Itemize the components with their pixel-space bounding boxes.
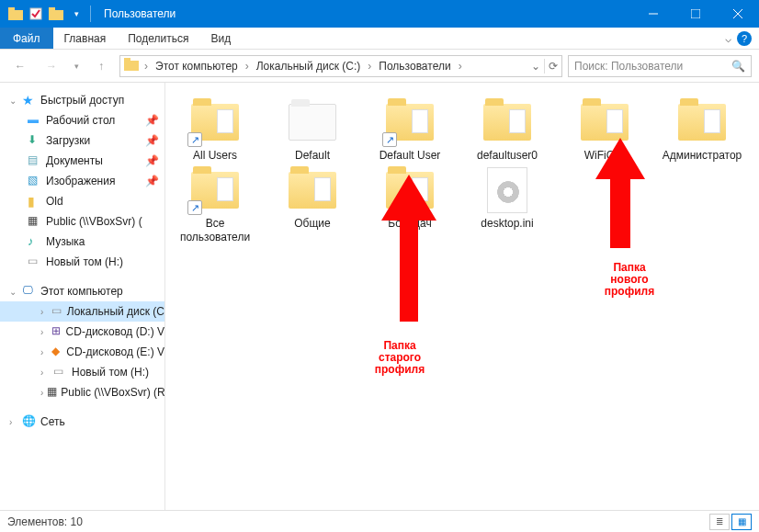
file-label: defaultuser0 [477,149,538,162]
back-button[interactable]: ← [7,53,33,79]
file-item[interactable]: defaultuser0 [467,97,548,162]
item-icon [28,234,42,249]
sidebar-item[interactable]: ›Новый том (H:) [0,362,164,382]
folder-icon [380,165,439,215]
chevron-right-icon[interactable]: › [142,60,150,73]
sidebar-item[interactable]: ›Public (\\VBoxSvr) (R [0,382,164,402]
up-button[interactable]: ↑ [88,53,114,79]
shortcut-badge-icon: ↗ [382,132,397,147]
pin-icon: 📌 [145,154,159,167]
address-bar[interactable]: › Этот компьютер › Локальный диск (C:) ›… [119,55,562,77]
item-icon [28,194,42,209]
status-bar: Элементов: 10 ≣ ▦ [0,510,759,532]
search-icon[interactable]: 🔍 [731,60,745,73]
sidebar-item[interactable]: ›CD-дисковод (D:) V [0,322,164,342]
sidebar-item-label: Изображения [46,175,115,187]
chevron-right-icon[interactable]: › [366,60,373,73]
item-icon [28,133,42,148]
quick-access-label: Быстрый доступ [40,94,124,107]
file-label: Default User [380,149,441,162]
annotation-new-profile: Папка нового профиля [551,262,708,299]
sidebar-item-label: Локальный диск (C [67,305,164,318]
sidebar-item-label: Old [46,195,63,208]
this-pc[interactable]: ⌄ Этот компьютер [0,281,164,301]
chevron-down-icon[interactable]: ⌄ [9,96,18,106]
maximize-button[interactable] [674,0,717,28]
chevron-down-icon[interactable]: ⌄ [9,287,18,297]
chevron-right-icon[interactable]: › [40,347,48,357]
sidebar-item[interactable]: Old [0,191,164,211]
sidebar-item[interactable]: ›Локальный диск (C [0,301,164,322]
sidebar-item[interactable]: Документы📌 [0,151,164,171]
item-icon [51,324,62,339]
refresh-icon[interactable]: ⟳ [549,60,558,73]
chevron-right-icon[interactable]: › [244,60,251,73]
sidebar-item-label: Новый том (H:) [72,366,149,379]
close-button[interactable] [717,0,759,28]
chevron-right-icon[interactable]: › [40,388,43,398]
network-label: Сеть [40,415,65,428]
pin-icon: 📌 [145,114,159,127]
folder-icon: ↗ [186,97,244,147]
sidebar-item-label: Новый том (H:) [46,255,123,268]
chevron-right-icon[interactable]: › [457,60,464,73]
tab-view[interactable]: Вид [199,28,242,49]
sidebar-item-label: Документы [46,154,103,167]
file-tab[interactable]: Файл [0,28,53,49]
file-label: Бородач [388,217,431,230]
file-item[interactable]: ↗Default User [369,97,450,162]
file-item[interactable]: Общие [272,165,353,243]
file-list[interactable]: ↗All UsersDefault↗Default Userdefaultuse… [165,83,759,510]
file-item[interactable]: desktop.ini [467,165,548,243]
sidebar-item[interactable]: Изображения📌 [0,171,164,191]
forward-button[interactable]: → [39,53,64,79]
file-item[interactable]: Default [272,97,353,162]
file-item[interactable]: Администратор [662,97,742,162]
file-label: WiFiGiD [584,149,626,162]
tab-share[interactable]: Поделиться [117,28,199,49]
tab-home[interactable]: Главная [53,28,118,49]
breadcrumb-pc[interactable]: Этот компьютер [153,60,240,73]
item-icon [51,304,63,319]
sidebar-item[interactable]: Public (\\VBoxSvr) ( [0,211,164,232]
svg-rect-10 [124,58,130,62]
address-dropdown-icon[interactable]: ⌄ [531,60,540,73]
chevron-right-icon[interactable]: › [40,368,50,378]
details-view-button[interactable]: ≣ [709,514,730,530]
sidebar-item[interactable]: Загрузки📌 [0,130,164,151]
breadcrumb-users[interactable]: Пользователи [377,60,452,73]
recent-dropdown[interactable]: ▾ [70,53,83,79]
item-icon [28,113,42,128]
item-icon [47,385,57,400]
sidebar-item[interactable]: Новый том (H:) [0,252,164,272]
file-item[interactable]: ↗All Users [175,97,255,162]
network[interactable]: › Сеть [0,412,164,432]
star-icon [22,93,37,108]
qat-properties-button[interactable] [26,4,46,24]
file-item[interactable]: WiFiGiD [564,97,645,162]
search-input[interactable] [574,60,731,73]
svg-rect-4 [49,7,55,11]
sidebar-item-label: CD-дисковод (E:) V [66,345,164,358]
folder-icon [673,97,731,147]
minimize-button[interactable] [632,0,674,28]
help-icon[interactable]: ? [737,31,752,46]
expand-ribbon-icon[interactable]: ⌵ [725,32,731,45]
quick-access[interactable]: ⌄ Быстрый доступ [0,90,164,110]
chevron-right-icon[interactable]: › [40,327,48,337]
chevron-right-icon[interactable]: › [9,417,18,427]
breadcrumb-drive[interactable]: Локальный диск (C:) [255,60,363,73]
file-item[interactable]: Бородач [369,165,450,243]
folder-icon [575,97,634,147]
sidebar-item-label: Музыка [46,235,85,248]
folder-icon [478,97,537,147]
file-item[interactable]: ↗Все пользователи [175,165,255,243]
sidebar-item[interactable]: Музыка [0,232,164,252]
qat-dropdown[interactable]: ▾ [66,4,86,24]
title-bar: ▾ Пользователи [0,0,759,28]
chevron-right-icon[interactable]: › [40,307,48,317]
sidebar-item[interactable]: ›CD-дисковод (E:) V [0,342,164,362]
icons-view-button[interactable]: ▦ [731,514,752,530]
search-box[interactable]: 🔍 [568,55,752,77]
sidebar-item[interactable]: Рабочий стол📌 [0,110,164,130]
